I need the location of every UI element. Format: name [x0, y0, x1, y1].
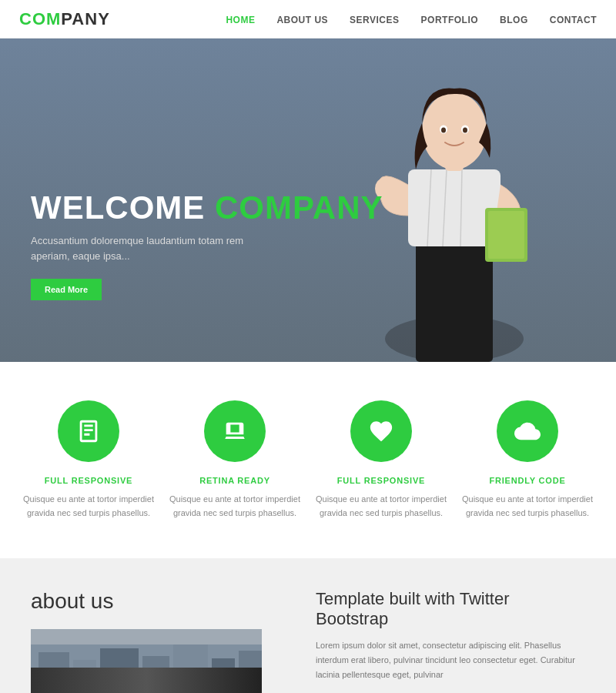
features-section: FULL RESPONSIVE Quisque eu ante at torto… [0, 362, 616, 558]
svg-rect-24 [239, 651, 262, 693]
svg-rect-17 [31, 644, 262, 693]
svg-rect-27 [133, 686, 144, 693]
navbar: COMPANY HOME ABOUT US SERVICES PORTFOLIO… [0, 0, 616, 38]
feature-desc-1: Quisque eu ante at tortor imperdiet grav… [23, 493, 154, 520]
svg-rect-25 [31, 685, 262, 693]
bootstrap-text: Lorem ipsum dolor sit amet, consectetur … [316, 638, 585, 681]
logo-prefix: COM [19, 9, 61, 28]
svg-point-28 [152, 671, 164, 687]
svg-point-26 [131, 672, 146, 691]
hero-content: WELCOME COMPANY Accusantium doloremque l… [31, 190, 383, 300]
hero-title-white: WELCOME [31, 189, 205, 226]
about-section: about us Temp [0, 558, 616, 693]
nav-item-services[interactable]: SERVICES [350, 12, 399, 26]
svg-point-13 [463, 128, 467, 133]
svg-rect-23 [212, 658, 235, 693]
about-image [31, 629, 262, 693]
svg-rect-20 [100, 648, 139, 693]
bootstrap-title: Template built with Twitter Bootstrap [316, 589, 585, 629]
hero-subtitle: Accusantium doloremque laudantium totam … [31, 233, 277, 263]
nav-item-contact[interactable]: CONTACT [550, 12, 597, 26]
about-left: about us [0, 589, 293, 693]
svg-rect-22 [173, 644, 208, 693]
nav-links: HOME ABOUT US SERVICES PORTFOLIO BLOG CO… [226, 12, 597, 26]
book-icon [75, 418, 102, 444]
feature-icon-laptop-circle [204, 400, 266, 462]
svg-rect-18 [38, 652, 69, 693]
feature-desc-3: Quisque eu ante at tortor imperdiet grav… [316, 493, 447, 520]
heart-icon [368, 418, 394, 444]
svg-point-9 [422, 92, 487, 169]
svg-rect-1 [416, 231, 493, 362]
about-title: about us [31, 589, 293, 614]
feature-desc-4: Quisque eu ante at tortor imperdiet grav… [462, 493, 593, 520]
feature-icon-book-circle [58, 400, 119, 462]
svg-rect-29 [152, 685, 162, 693]
logo[interactable]: COMPANY [19, 9, 110, 29]
svg-rect-7 [488, 211, 524, 259]
feature-title-2: RETINA READY [199, 476, 270, 485]
feature-icon-cloud-circle [497, 400, 558, 462]
feature-icon-heart-circle [350, 400, 412, 462]
hero-title-green: COMPANY [215, 189, 383, 226]
hero-title: WELCOME COMPANY [31, 190, 383, 226]
feature-full-responsive-1: FULL RESPONSIVE Quisque eu ante at torto… [23, 400, 154, 520]
about-right: Template built with Twitter Bootstrap Lo… [293, 589, 616, 693]
svg-point-12 [441, 128, 446, 133]
read-more-button[interactable]: Read More [31, 279, 102, 300]
svg-rect-19 [73, 660, 96, 693]
feature-title-1: FULL RESPONSIVE [45, 476, 132, 485]
feature-desc-2: Quisque eu ante at tortor imperdiet grav… [169, 493, 300, 520]
cloud-icon [514, 418, 541, 444]
feature-friendly-code: FRIENDLY CODE Quisque eu ante at tortor … [462, 400, 593, 520]
feature-retina-ready: RETINA READY Quisque eu ante at tortor i… [169, 400, 300, 520]
feature-title-3: FULL RESPONSIVE [337, 476, 425, 485]
feature-title-4: FRIENDLY CODE [489, 476, 565, 485]
svg-rect-21 [142, 656, 169, 693]
nav-item-blog[interactable]: BLOG [500, 12, 528, 26]
nav-item-portfolio[interactable]: PORTFOLIO [421, 12, 479, 26]
logo-suffix: PANY [61, 9, 110, 28]
laptop-icon [222, 418, 248, 444]
nav-item-home[interactable]: HOME [226, 12, 255, 26]
hero-section: WELCOME COMPANY Accusantium doloremque l… [0, 38, 616, 362]
nav-item-about[interactable]: ABOUT US [276, 12, 328, 26]
feature-full-responsive-2: FULL RESPONSIVE Quisque eu ante at torto… [316, 400, 447, 520]
